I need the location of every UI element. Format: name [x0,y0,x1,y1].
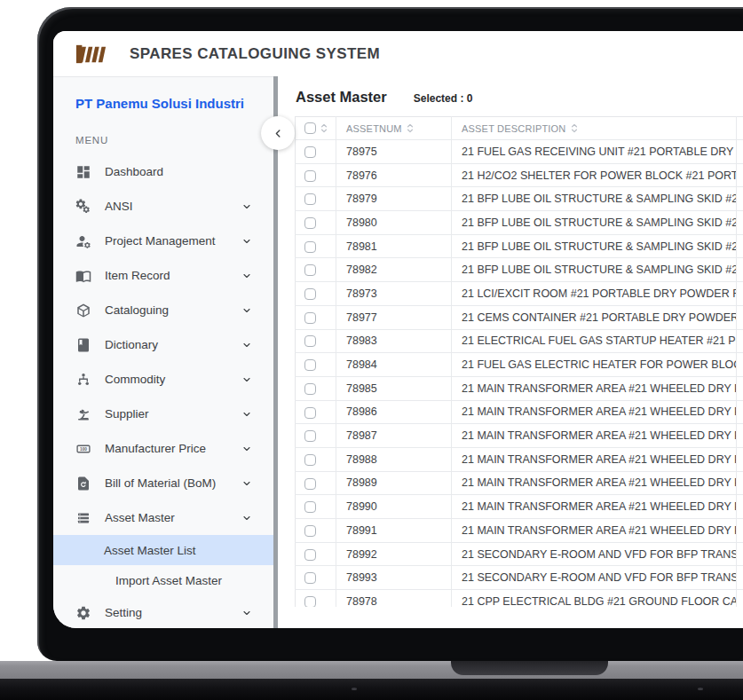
row-checkbox[interactable] [304,407,316,419]
extra-cell [737,305,743,329]
table-row[interactable]: 78976 21 H2/CO2 SHELTER FOR POWER BLOCK … [296,163,743,187]
laptop-base [0,661,743,679]
sort-icon[interactable] [407,122,414,134]
asset-description-cell: 21 BFP LUBE OIL STRUCTURE & SAMPLING SKI… [452,187,737,211]
sidebar: PT Panemu Solusi Industri MENU Dashboard… [53,76,273,628]
asset-description-cell: 21 BFP LUBE OIL STRUCTURE & SAMPLING SKI… [452,234,737,258]
row-checkbox[interactable] [304,264,316,276]
laptop-mockup: SPARES CATALOGUING SYSTEM PT Panemu Solu… [0,0,743,700]
table-row[interactable]: 78975 21 FUEL GAS RECEIVING UNIT #21 POR… [296,140,743,164]
sidebar-item-cataloguing[interactable]: Cataloguing [53,293,273,327]
assetnum-cell: 78992 [336,542,452,566]
table-row[interactable]: 78979 21 BFP LUBE OIL STRUCTURE & SAMPLI… [296,187,743,211]
sidebar-item-manufacturer-price[interactable]: Manufacturer Price [53,431,273,466]
assetnum-cell: 78982 [336,258,452,282]
asset-description-cell: 21 MAIN TRANSFORMER AREA #21 WHEELED DRY… [452,447,737,471]
sidebar-subitem-import-asset-master[interactable]: Import Asset Master [53,565,273,595]
sidebar-item-bill-of-material-bom[interactable]: Bill of Material (BoM) [53,466,273,500]
table-row[interactable]: 78987 21 MAIN TRANSFORMER AREA #21 WHEEL… [296,424,743,448]
asset-description-cell: 21 BFP LUBE OIL STRUCTURE & SAMPLING SKI… [452,258,737,282]
extra-cell [737,424,743,448]
app-header: SPARES CATALOGUING SYSTEM [53,31,743,76]
table-row[interactable]: 78988 21 MAIN TRANSFORMER AREA #21 WHEEL… [296,447,743,471]
table-row[interactable]: 78992 21 SECONDARY E-ROOM AND VFD FOR BF… [296,542,743,566]
row-checkbox[interactable] [304,193,316,205]
sidebar-subitem-asset-master-list[interactable]: Asset Master List [53,535,273,565]
assetnum-cell: 78986 [336,400,452,424]
column-header-assetnum[interactable]: ASSETNUM [336,117,452,140]
main-content: Asset Master Selected : 0 [278,76,743,628]
app-window: SPARES CATALOGUING SYSTEM PT Panemu Solu… [53,31,743,628]
row-checkbox[interactable] [304,217,316,229]
extra-cell [737,187,743,211]
open-book-icon [75,268,91,284]
package-cube-icon [75,303,91,319]
row-checkbox[interactable] [304,501,316,513]
row-checkbox[interactable] [304,525,316,537]
sort-icon[interactable] [571,122,578,134]
sidebar-item-dictionary[interactable]: Dictionary [53,327,273,362]
assetnum-cell: 78985 [336,376,452,400]
table-row[interactable]: 78982 21 BFP LUBE OIL STRUCTURE & SAMPLI… [296,258,743,282]
column-header-asset-description[interactable]: ASSET DESCRIPTION [452,117,737,140]
extra-cell [737,400,743,424]
chevron-down-icon [241,305,252,316]
sidebar-item-dashboard[interactable]: Dashboard [53,154,273,189]
select-all-checkbox[interactable] [304,122,316,134]
laptop-underside [0,679,743,700]
table-row[interactable]: 78977 21 CEMS CONTAINER #21 PORTABLE DRY… [296,305,743,329]
table-row[interactable]: 78990 21 MAIN TRANSFORMER AREA #21 WHEEL… [296,495,743,519]
sidebar-collapse-button[interactable] [261,116,295,150]
asset-description-cell: 21 MAIN TRANSFORMER AREA #21 WHEELED DRY… [452,495,737,519]
assetnum-cell: 78984 [336,353,452,377]
table-row[interactable]: 78989 21 MAIN TRANSFORMER AREA #21 WHEEL… [296,471,743,495]
table-row[interactable]: 78986 21 MAIN TRANSFORMER AREA #21 WHEEL… [296,400,743,424]
row-checkbox[interactable] [304,454,316,466]
app-title: SPARES CATALOGUING SYSTEM [130,45,380,63]
row-checkbox[interactable] [304,288,316,300]
row-checkbox[interactable] [304,241,316,253]
row-checkbox[interactable] [304,312,316,324]
table-header-row: ASSETNUM ASSET DESCRIPTION [296,117,743,140]
row-checkbox[interactable] [304,478,316,490]
extra-cell [737,542,743,566]
sort-icon[interactable] [320,122,328,134]
row-checkbox[interactable] [304,549,316,561]
row-checkbox[interactable] [304,359,316,371]
sidebar-item-asset-master[interactable]: Asset Master [53,500,273,535]
assetnum-cell: 78991 [336,519,452,543]
table-row[interactable]: 78993 21 SECONDARY E-ROOM AND VFD FOR BF… [296,566,743,590]
row-checkbox[interactable] [304,335,316,347]
asset-description-cell: 21 H2/CO2 SHELTER FOR POWER BLOCK #21 PO… [452,163,737,187]
row-checkbox[interactable] [304,146,316,158]
assetnum-cell: 78983 [336,329,452,353]
sidebar-item-supplier[interactable]: Supplier [53,397,273,431]
table-row[interactable]: 78985 21 MAIN TRANSFORMER AREA #21 WHEEL… [296,376,743,400]
table-row[interactable]: 78973 21 LCI/EXCIT ROOM #21 PORTABLE DRY… [296,282,743,306]
assetnum-cell: 78993 [336,566,452,590]
extra-cell [737,282,743,306]
chevron-down-icon [241,409,252,420]
assetnum-cell: 78975 [336,140,452,164]
chevron-down-icon [241,236,252,247]
laptop-bezel: SPARES CATALOGUING SYSTEM PT Panemu Solu… [37,7,743,661]
table-row[interactable]: 78980 21 BFP LUBE OIL STRUCTURE & SAMPLI… [296,211,743,235]
row-checkbox[interactable] [304,596,316,607]
sidebar-item-item-record[interactable]: Item Record [53,258,273,293]
sidebar-item-project-management[interactable]: Project Management [53,224,273,258]
table-row[interactable]: 78991 21 MAIN TRANSFORMER AREA #21 WHEEL… [296,519,743,543]
row-checkbox[interactable] [304,383,316,395]
extra-cell [737,211,743,235]
table-row[interactable]: 78981 21 BFP LUBE OIL STRUCTURE & SAMPLI… [296,234,743,258]
row-checkbox[interactable] [304,170,316,182]
table-row[interactable]: 78978 21 CPP ELECTRICAL BLDG #21 GROUND … [296,590,743,607]
sidebar-item-setting[interactable]: Setting [53,595,273,628]
row-checkbox[interactable] [304,430,316,442]
table-row[interactable]: 78983 21 ELECTRICAL FUEL GAS STARTUP HEA… [296,329,743,353]
assetnum-cell: 78979 [336,187,452,211]
sidebar-item-ansi[interactable]: ANSI [53,189,273,224]
row-checkbox[interactable] [304,572,316,584]
sidebar-item-commodity[interactable]: Commodity [53,362,273,397]
extra-cell [737,329,743,353]
table-row[interactable]: 78984 21 FUEL GAS ELECTRIC HEATER FOR PO… [296,353,743,377]
